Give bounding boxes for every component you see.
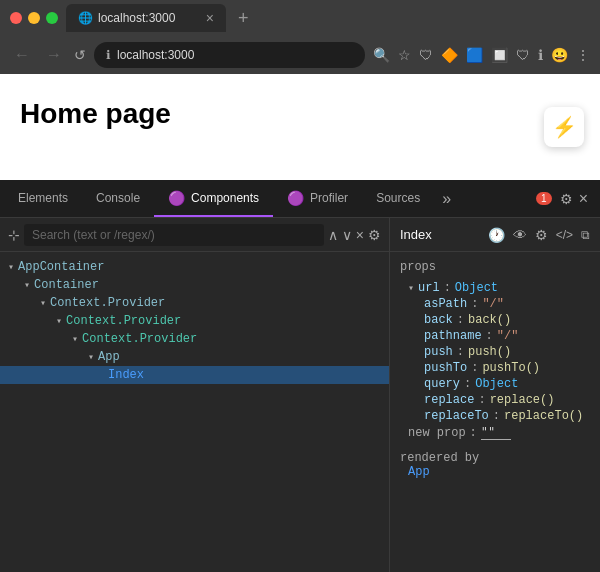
prop-key-url: url [418, 281, 440, 295]
prop-key-aspath: asPath [424, 297, 467, 311]
ext-icon-4[interactable]: 🛡 [516, 47, 530, 63]
profiler-label: Profiler [310, 191, 348, 205]
title-bar: 🌐 localhost:3000 × + [0, 0, 600, 36]
tab-profiler[interactable]: 🟣 Profiler [273, 180, 362, 217]
tree-arrow-appcontainer: ▾ [8, 261, 14, 273]
tree-label-ctxprovider2: Context.Provider [66, 314, 181, 328]
tab-components[interactable]: 🟣 Components [154, 180, 273, 217]
tab-sources[interactable]: Sources [362, 180, 434, 217]
prop-value-pushto: pushTo() [482, 361, 540, 375]
tree-arrow-ctxprovider2: ▾ [56, 315, 62, 327]
lightning-button[interactable]: ⚡ [544, 107, 584, 147]
emoji-icon[interactable]: 😀 [551, 47, 568, 63]
new-prop-input[interactable] [481, 425, 511, 440]
source-icon[interactable]: </> [556, 228, 573, 242]
right-panel-header: Index 🕐 👁 ⚙ </> ⧉ [390, 218, 600, 252]
tree-item-context-provider-2[interactable]: ▾ Context.Provider [0, 312, 389, 330]
prop-aspath[interactable]: asPath : "/" [416, 296, 590, 312]
bookmark-icon[interactable]: ☆ [398, 47, 411, 63]
prop-value-query: Object [475, 377, 518, 391]
prop-value-push: push() [468, 345, 511, 359]
profiler-icon: 🟣 [287, 190, 304, 206]
tree-arrow-ctxprovider3: ▾ [72, 333, 78, 345]
settings-icon[interactable]: ⚙ [560, 191, 573, 207]
prop-back[interactable]: back : back() [416, 312, 590, 328]
search-input[interactable]: Search (text or /regex/) [24, 224, 324, 246]
inspect-icon[interactable]: 👁 [513, 227, 527, 243]
sources-label: Sources [376, 191, 420, 205]
devtools-panel: Elements Console 🟣 Components 🟣 Profiler… [0, 180, 600, 572]
search-down-button[interactable]: ∨ [342, 227, 352, 243]
components-icon: 🟣 [168, 190, 185, 206]
prop-key-back: back [424, 313, 453, 327]
back-button[interactable]: ← [10, 44, 34, 66]
new-tab-button[interactable]: + [232, 8, 255, 29]
tab-favicon: 🌐 [78, 11, 92, 25]
prop-arrow-url: ▾ [408, 282, 414, 294]
shield-icon[interactable]: 🛡 [419, 47, 433, 63]
tree-label-index: Index [108, 368, 144, 382]
devtools-actions: ⚙ × [552, 190, 596, 208]
prop-key-pushto: pushTo [424, 361, 467, 375]
prop-url-children: asPath : "/" back : back() pathname : [400, 296, 590, 424]
tree-item-context-provider-1[interactable]: ▾ Context.Provider [0, 294, 389, 312]
panel-icons: 🕐 👁 ⚙ </> ⧉ [488, 227, 590, 243]
prop-pathname[interactable]: pathname : "/" [416, 328, 590, 344]
props-section-label: props [400, 258, 590, 276]
close-button[interactable] [10, 12, 22, 24]
browser-window: 🌐 localhost:3000 × + ← → ↺ ℹ localhost:3… [0, 0, 600, 572]
menu-icon[interactable]: ⋮ [576, 47, 590, 63]
tree-item-context-provider-3[interactable]: ▾ Context.Provider [0, 330, 389, 348]
prop-key-replaceto: replaceTo [424, 409, 489, 423]
new-prop-key-label: new prop [408, 426, 466, 440]
copy-button[interactable]: ⧉ [581, 228, 590, 242]
traffic-lights [10, 12, 58, 24]
prop-replace[interactable]: replace : replace() [416, 392, 590, 408]
tree-arrow-ctxprovider1: ▾ [40, 297, 46, 309]
ext-icon-2[interactable]: 🟦 [466, 47, 483, 63]
prop-url[interactable]: ▾ url : Object [400, 280, 590, 296]
elements-label: Elements [18, 191, 68, 205]
left-panel: ⊹ Search (text or /regex/) ∧ ∨ × ⚙ [0, 218, 390, 572]
ext-icon-1[interactable]: 🔶 [441, 47, 458, 63]
forward-button[interactable]: → [42, 44, 66, 66]
tab-console[interactable]: Console [82, 180, 154, 217]
tab-elements[interactable]: Elements [4, 180, 82, 217]
prop-value-replaceto: replaceTo() [504, 409, 583, 423]
reload-button[interactable]: ↺ [74, 47, 86, 63]
suspend-icon[interactable]: 🕐 [488, 227, 505, 243]
tree-arrow-container: ▾ [24, 279, 30, 291]
tree-label-app: App [98, 350, 120, 364]
maximize-button[interactable] [46, 12, 58, 24]
tree-item-appcontainer[interactable]: ▾ AppContainer [0, 258, 389, 276]
tree-label-container: Container [34, 278, 99, 292]
tree-item-app[interactable]: ▾ App [0, 348, 389, 366]
toolbar-icons: 🔍 ☆ 🛡 🔶 🟦 🔲 🛡 ℹ 😀 ⋮ [373, 47, 590, 63]
devtools-close-icon[interactable]: × [579, 190, 588, 208]
gear-icon[interactable]: ⚙ [535, 227, 548, 243]
address-input[interactable]: ℹ localhost:3000 [94, 42, 365, 68]
search-up-button[interactable]: ∧ [328, 227, 338, 243]
more-tabs-button[interactable]: » [434, 190, 459, 208]
tree-item-container[interactable]: ▾ Container [0, 276, 389, 294]
search-clear-button[interactable]: × [356, 227, 364, 243]
tab-close-button[interactable]: × [206, 10, 214, 26]
prop-push[interactable]: push : push() [416, 344, 590, 360]
minimize-button[interactable] [28, 12, 40, 24]
tree-label-ctxprovider1: Context.Provider [50, 296, 165, 310]
info-icon[interactable]: ℹ [538, 47, 543, 63]
error-badge: 1 [536, 192, 552, 205]
tab-title: localhost:3000 [98, 11, 200, 25]
tree-item-index[interactable]: Index [0, 366, 389, 384]
component-tree: ▾ AppContainer ▾ Container ▾ Context.Pro… [0, 252, 389, 572]
prop-pushto[interactable]: pushTo : pushTo() [416, 360, 590, 376]
prop-value-pathname: "/" [497, 329, 519, 343]
rendered-by-value[interactable]: App [400, 465, 590, 479]
browser-tab[interactable]: 🌐 localhost:3000 × [66, 4, 226, 32]
prop-query[interactable]: query : Object [416, 376, 590, 392]
ext-icon-3[interactable]: 🔲 [491, 47, 508, 63]
prop-replaceto[interactable]: replaceTo : replaceTo() [416, 408, 590, 424]
search-icon[interactable]: 🔍 [373, 47, 390, 63]
rendered-by-section: rendered by App [400, 451, 590, 479]
search-settings-icon[interactable]: ⚙ [368, 227, 381, 243]
